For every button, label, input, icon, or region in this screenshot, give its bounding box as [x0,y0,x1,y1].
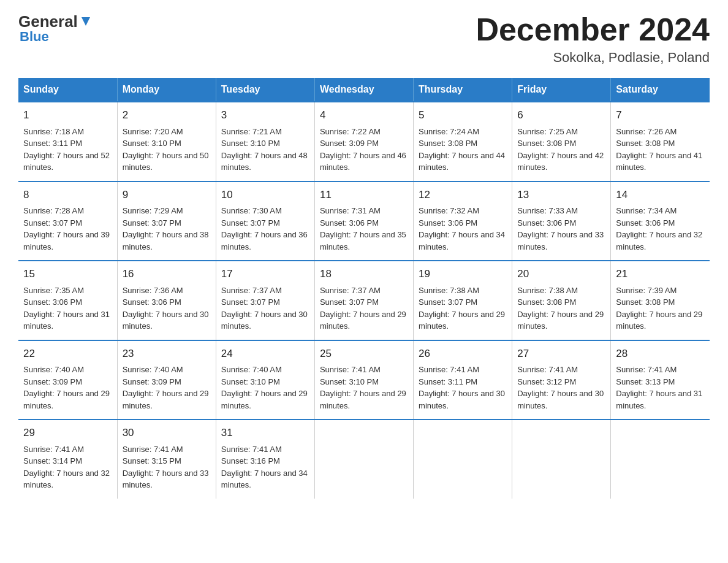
table-row: 6 Sunrise: 7:25 AM Sunset: 3:08 PM Dayli… [512,102,611,182]
table-row: 13 Sunrise: 7:33 AM Sunset: 3:06 PM Dayl… [512,182,611,261]
table-row: 15 Sunrise: 7:35 AM Sunset: 3:06 PM Dayl… [18,261,117,340]
day-number: 20 [517,266,605,282]
daylight-text: Daylight: 7 hours and 50 minutes. [123,150,211,174]
sunrise-text: Sunrise: 7:40 AM [221,364,309,376]
daylight-text: Daylight: 7 hours and 32 minutes. [23,467,112,491]
day-number: 6 [517,107,605,123]
header-sunday: Sunday [18,78,117,102]
sunset-text: Sunset: 3:06 PM [320,217,408,229]
daylight-text: Daylight: 7 hours and 29 minutes. [616,308,705,332]
sunrise-text: Sunrise: 7:22 AM [320,126,408,138]
calendar-week-row: 29 Sunrise: 7:41 AM Sunset: 3:14 PM Dayl… [18,419,710,499]
sunset-text: Sunset: 3:06 PM [616,217,705,229]
day-info: Sunrise: 7:37 AM Sunset: 3:07 PM Dayligh… [221,285,309,332]
sunset-text: Sunset: 3:06 PM [23,296,112,308]
header-friday: Friday [512,78,611,102]
sunrise-text: Sunrise: 7:41 AM [616,364,705,376]
logo: General Blue [18,12,93,45]
weekday-header-row: Sunday Monday Tuesday Wednesday Thursday… [18,78,710,102]
sunset-text: Sunset: 3:15 PM [123,455,211,467]
sunset-text: Sunset: 3:11 PM [23,137,112,150]
sunset-text: Sunset: 3:10 PM [221,137,309,150]
day-number: 12 [419,187,507,203]
day-info: Sunrise: 7:40 AM Sunset: 3:09 PM Dayligh… [123,364,211,412]
daylight-text: Daylight: 7 hours and 48 minutes. [221,150,309,174]
table-row: 17 Sunrise: 7:37 AM Sunset: 3:07 PM Dayl… [216,261,314,340]
day-number: 27 [517,346,605,362]
sunset-text: Sunset: 3:06 PM [517,217,605,229]
day-number: 19 [419,266,507,282]
sunset-text: Sunset: 3:10 PM [221,376,309,388]
day-info: Sunrise: 7:21 AM Sunset: 3:10 PM Dayligh… [221,126,309,174]
calendar-week-row: 8 Sunrise: 7:28 AM Sunset: 3:07 PM Dayli… [18,182,710,261]
daylight-text: Daylight: 7 hours and 52 minutes. [23,150,112,174]
day-number: 1 [23,107,112,123]
day-info: Sunrise: 7:20 AM Sunset: 3:10 PM Dayligh… [123,126,211,174]
table-row: 25 Sunrise: 7:41 AM Sunset: 3:10 PM Dayl… [314,340,413,420]
day-info: Sunrise: 7:41 AM Sunset: 3:11 PM Dayligh… [419,364,507,412]
header-tuesday: Tuesday [216,78,314,102]
sunset-text: Sunset: 3:06 PM [123,296,211,308]
table-row: 19 Sunrise: 7:38 AM Sunset: 3:07 PM Dayl… [414,261,512,340]
day-info: Sunrise: 7:41 AM Sunset: 3:15 PM Dayligh… [123,443,211,491]
day-number: 2 [123,107,211,123]
sunset-text: Sunset: 3:11 PM [419,376,507,388]
table-row: 26 Sunrise: 7:41 AM Sunset: 3:11 PM Dayl… [414,340,512,420]
table-row: 16 Sunrise: 7:36 AM Sunset: 3:06 PM Dayl… [117,261,216,340]
sunrise-text: Sunrise: 7:41 AM [419,364,507,376]
day-info: Sunrise: 7:41 AM Sunset: 3:13 PM Dayligh… [616,364,705,412]
day-number: 15 [23,266,112,282]
day-number: 21 [616,266,705,282]
sunset-text: Sunset: 3:07 PM [419,296,507,308]
location-title: Sokolka, Podlasie, Poland [476,50,710,66]
daylight-text: Daylight: 7 hours and 29 minutes. [517,308,605,332]
header-wednesday: Wednesday [314,78,413,102]
sunrise-text: Sunrise: 7:41 AM [23,443,112,456]
header-monday: Monday [117,78,216,102]
sunset-text: Sunset: 3:07 PM [320,296,408,308]
table-row: 20 Sunrise: 7:38 AM Sunset: 3:08 PM Dayl… [512,261,611,340]
table-row: 28 Sunrise: 7:41 AM Sunset: 3:13 PM Dayl… [611,340,710,420]
sunset-text: Sunset: 3:07 PM [221,217,309,229]
sunrise-text: Sunrise: 7:34 AM [616,205,705,217]
sunrise-text: Sunrise: 7:41 AM [221,443,309,456]
header-thursday: Thursday [414,78,512,102]
sunset-text: Sunset: 3:09 PM [123,376,211,388]
sunrise-text: Sunrise: 7:37 AM [320,285,408,297]
day-number: 30 [123,425,211,441]
sunrise-text: Sunrise: 7:41 AM [517,364,605,376]
day-info: Sunrise: 7:24 AM Sunset: 3:08 PM Dayligh… [419,126,507,174]
daylight-text: Daylight: 7 hours and 41 minutes. [616,150,705,174]
day-number: 31 [221,425,309,441]
sunrise-text: Sunrise: 7:37 AM [221,285,309,297]
daylight-text: Daylight: 7 hours and 33 minutes. [123,467,211,491]
table-row: 18 Sunrise: 7:37 AM Sunset: 3:07 PM Dayl… [314,261,413,340]
sunset-text: Sunset: 3:08 PM [616,137,705,150]
sunset-text: Sunset: 3:10 PM [123,137,211,150]
day-number: 25 [320,346,408,362]
table-row: 8 Sunrise: 7:28 AM Sunset: 3:07 PM Dayli… [18,182,117,261]
sunset-text: Sunset: 3:09 PM [23,376,112,388]
table-row: 22 Sunrise: 7:40 AM Sunset: 3:09 PM Dayl… [18,340,117,420]
day-info: Sunrise: 7:38 AM Sunset: 3:07 PM Dayligh… [419,285,507,332]
title-area: December 2024 Sokolka, Podlasie, Poland [476,12,710,66]
sunset-text: Sunset: 3:12 PM [517,376,605,388]
table-row: 2 Sunrise: 7:20 AM Sunset: 3:10 PM Dayli… [117,102,216,182]
day-number: 17 [221,266,309,282]
day-number: 8 [23,187,112,203]
day-info: Sunrise: 7:28 AM Sunset: 3:07 PM Dayligh… [23,205,112,253]
day-info: Sunrise: 7:22 AM Sunset: 3:09 PM Dayligh… [320,126,408,174]
day-number: 13 [517,187,605,203]
day-number: 4 [320,107,408,123]
day-number: 23 [123,346,211,362]
table-row: 29 Sunrise: 7:41 AM Sunset: 3:14 PM Dayl… [18,419,117,499]
svg-marker-0 [82,17,90,26]
day-number: 16 [123,266,211,282]
header-saturday: Saturday [611,78,710,102]
day-number: 9 [123,187,211,203]
daylight-text: Daylight: 7 hours and 30 minutes. [221,308,309,332]
sunrise-text: Sunrise: 7:24 AM [419,126,507,138]
sunrise-text: Sunrise: 7:30 AM [221,205,309,217]
table-row: 9 Sunrise: 7:29 AM Sunset: 3:07 PM Dayli… [117,182,216,261]
sunrise-text: Sunrise: 7:32 AM [419,205,507,217]
